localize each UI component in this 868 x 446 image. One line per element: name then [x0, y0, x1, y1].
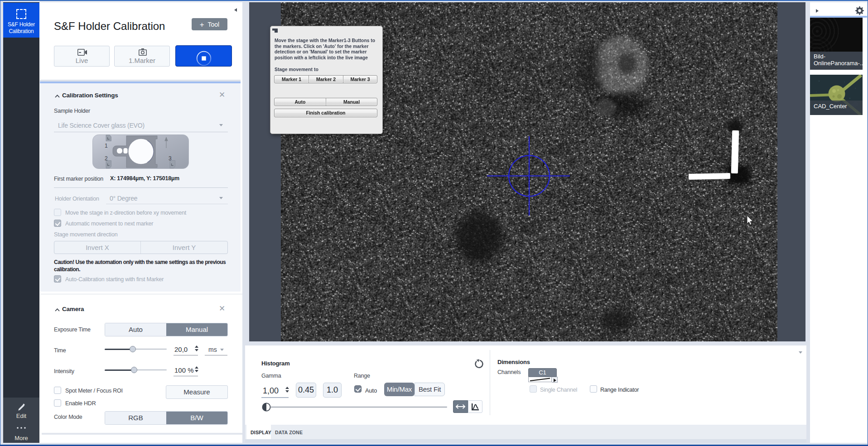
svg-text:3: 3 [169, 155, 172, 162]
svg-text:1: 1 [105, 143, 108, 149]
svg-text:2: 2 [105, 155, 108, 162]
